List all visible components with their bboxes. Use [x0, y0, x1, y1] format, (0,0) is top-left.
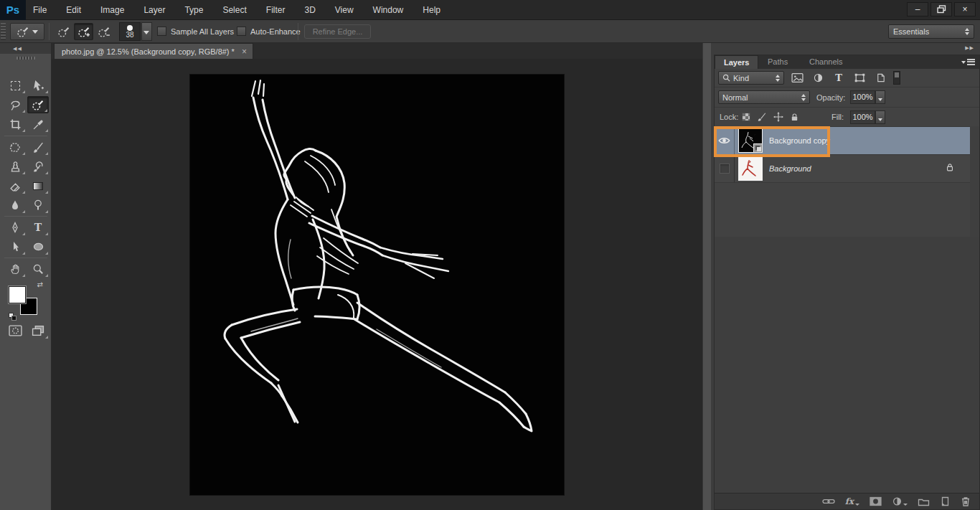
panel-menu-button[interactable]	[961, 59, 975, 65]
brush-picker-dropdown[interactable]	[141, 22, 152, 41]
brush-size-preview[interactable]: 38	[119, 22, 141, 41]
tab-channels[interactable]: Channels	[801, 55, 851, 69]
select-arrows-icon	[965, 28, 969, 35]
tool-gradient[interactable]	[27, 177, 49, 194]
clone-stamp-icon	[9, 161, 22, 173]
tool-lasso[interactable]	[4, 96, 26, 113]
refine-edge-button[interactable]: Refine Edge...	[304, 24, 371, 39]
new-selection-mode-button[interactable]	[54, 23, 73, 40]
toolbar-grip[interactable]	[17, 57, 35, 60]
menu-view[interactable]: View	[335, 5, 354, 15]
lock-position-icon[interactable]	[773, 112, 783, 122]
tool-spot-healing-brush[interactable]	[4, 138, 26, 156]
layer-row-background[interactable]: Background	[715, 155, 970, 183]
screen-mode-button[interactable]	[27, 322, 49, 339]
new-adjustment-layer-button[interactable]	[892, 496, 908, 506]
window-controls: – ×	[907, 2, 976, 16]
layer-thumbnail[interactable]	[738, 128, 763, 153]
menu-3d[interactable]: 3D	[304, 5, 315, 15]
tool-blur[interactable]	[4, 197, 26, 214]
layer-row-background-copy[interactable]: Background copy	[715, 127, 970, 155]
default-colors-icon[interactable]	[9, 313, 17, 321]
menu-help[interactable]: Help	[423, 5, 440, 15]
filter-pixel-layers-button[interactable]	[789, 71, 805, 85]
tool-crop[interactable]	[4, 115, 26, 133]
menu-filter[interactable]: Filter	[266, 5, 286, 15]
tool-dodge[interactable]	[27, 197, 49, 214]
tool-history-brush[interactable]	[27, 158, 49, 175]
fill-dropdown-button[interactable]	[875, 110, 885, 124]
foreground-color-swatch[interactable]	[9, 286, 26, 303]
add-to-selection-mode-button[interactable]	[74, 23, 93, 40]
filter-on-off-toggle[interactable]	[893, 71, 900, 85]
tool-path-selection[interactable]	[4, 238, 26, 255]
layer-name[interactable]: Background copy	[769, 136, 830, 145]
auto-enhance-checkbox[interactable]	[237, 27, 246, 36]
link-layers-button[interactable]	[822, 497, 835, 506]
menu-window[interactable]: Window	[373, 5, 404, 15]
tool-quick-selection[interactable]	[27, 96, 49, 113]
quick-mask-icon	[9, 325, 22, 336]
tab-paths[interactable]: Paths	[759, 55, 796, 69]
layer-style-button[interactable]: fx	[845, 496, 859, 506]
menu-edit[interactable]: Edit	[66, 5, 81, 15]
tool-type[interactable]: T	[27, 219, 49, 236]
layer-thumbnail[interactable]	[738, 156, 763, 181]
restore-button[interactable]	[930, 2, 952, 16]
menu-image[interactable]: Image	[100, 5, 124, 15]
visibility-toggle[interactable]	[715, 127, 735, 154]
filter-adjustment-layers-button[interactable]	[810, 71, 826, 85]
new-layer-button[interactable]	[940, 496, 951, 506]
menu-file[interactable]: File	[33, 5, 47, 15]
minimize-button[interactable]: –	[907, 2, 928, 16]
tool-ellipse-shape[interactable]	[27, 238, 49, 255]
tool-eraser[interactable]	[4, 177, 26, 194]
menu-layer[interactable]: Layer	[143, 5, 165, 15]
subtract-from-selection-mode-button[interactable]	[94, 23, 113, 40]
layers-scroll-gutter[interactable]	[970, 126, 979, 237]
collapse-panels-button[interactable]: ▶▶	[965, 45, 974, 51]
tab-layers[interactable]: Layers	[715, 55, 758, 69]
filter-smart-objects-button[interactable]	[872, 71, 888, 85]
options-bar-grip[interactable]	[1, 23, 6, 40]
tool-brush[interactable]	[27, 138, 49, 156]
tool-move[interactable]	[27, 77, 49, 94]
tool-pen[interactable]	[4, 219, 26, 236]
layer-name[interactable]: Background	[769, 164, 811, 173]
filter-type-layers-button[interactable]: T	[831, 71, 847, 85]
visibility-toggle[interactable]	[715, 155, 735, 182]
tool-zoom[interactable]	[27, 260, 49, 278]
opacity-value[interactable]: 100%	[850, 90, 875, 104]
filter-kind-select[interactable]: Kind	[718, 71, 784, 85]
swap-colors-icon[interactable]: ⇄	[37, 280, 43, 288]
delete-layer-button[interactable]	[961, 496, 971, 506]
tool-hand[interactable]	[4, 260, 26, 278]
blend-mode-select[interactable]: Normal	[718, 90, 810, 104]
tool-clone-stamp[interactable]	[4, 158, 26, 175]
lock-all-icon[interactable]	[790, 112, 799, 122]
opacity-dropdown-button[interactable]	[875, 90, 885, 104]
document-tab[interactable]: photo.jpg @ 12.5% (Background copy, RGB/…	[54, 43, 253, 59]
close-button[interactable]: ×	[954, 2, 976, 16]
tab-close-icon[interactable]: ×	[242, 47, 247, 56]
lock-transparency-icon[interactable]	[742, 113, 750, 121]
filter-shape-layers-button[interactable]	[852, 71, 867, 85]
new-group-button[interactable]	[918, 497, 930, 506]
sample-all-layers-checkbox[interactable]	[157, 27, 166, 36]
panel-resize-handle[interactable]	[702, 43, 711, 510]
fill-value[interactable]: 100%	[850, 110, 875, 124]
tool-eyedropper[interactable]	[27, 115, 49, 133]
workspace-switcher[interactable]: Essentials	[888, 24, 974, 39]
ellipse-shape-icon	[32, 241, 44, 252]
menu-type[interactable]: Type	[184, 5, 203, 15]
eraser-icon	[9, 180, 22, 192]
tool-preset-picker[interactable]	[10, 23, 44, 40]
quick-mask-button[interactable]	[4, 322, 26, 339]
toolbar-collapse[interactable]: ◀◀	[0, 43, 51, 54]
tool-rectangular-marquee[interactable]	[4, 77, 26, 94]
add-layer-mask-button[interactable]	[870, 496, 882, 506]
canvas[interactable]	[190, 75, 564, 495]
menu-select[interactable]: Select	[222, 5, 246, 15]
dropdown-arrow-icon	[878, 98, 882, 101]
lock-image-brush-icon[interactable]	[757, 112, 767, 122]
